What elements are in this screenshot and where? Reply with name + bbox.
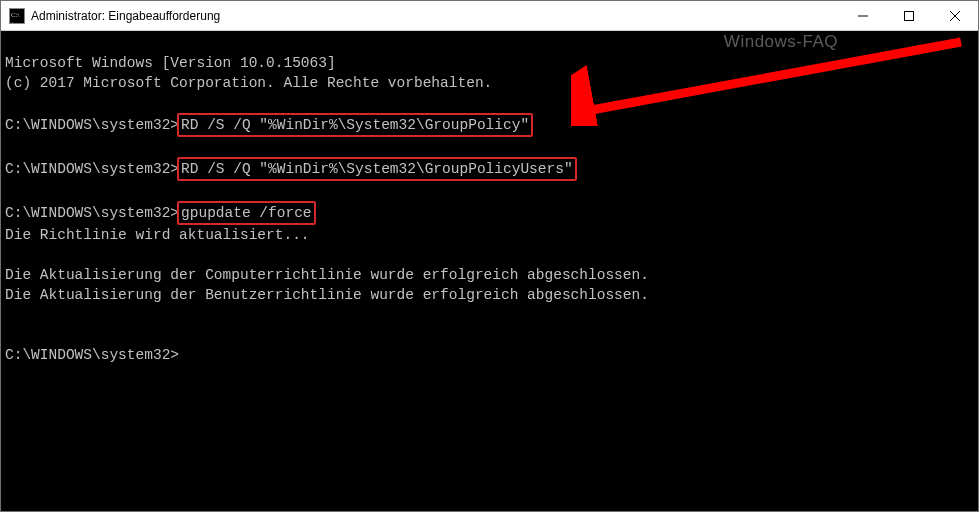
window-title: Administrator: Eingabeaufforderung [31,9,220,23]
highlighted-command-2: RD /S /Q "%WinDir%\System32\GroupPolicyU… [177,157,577,181]
window-controls [840,1,978,30]
blank-line [5,327,14,343]
command-line-1: C:\WINDOWS\system32>RD /S /Q "%WinDir%\S… [5,117,533,133]
blank-line [5,183,14,199]
highlighted-command-1: RD /S /Q "%WinDir%\System32\GroupPolicy" [177,113,533,137]
copyright-line: (c) 2017 Microsoft Corporation. Alle Rec… [5,75,492,91]
current-prompt: C:\WINDOWS\system32> [5,347,179,363]
version-line: Microsoft Windows [Version 10.0.15063] [5,55,336,71]
command-line-3: C:\WINDOWS\system32>gpupdate /force [5,205,316,221]
svg-text:_: _ [10,18,14,23]
terminal-output[interactable]: Microsoft Windows [Version 10.0.15063] (… [1,31,978,511]
output-line-computer-policy: Die Aktualisierung der Computerrichtlini… [5,267,649,283]
prompt-text: C:\WINDOWS\system32> [5,161,179,177]
maximize-button[interactable] [886,1,932,30]
close-button[interactable] [932,1,978,30]
cmd-window: C:\ _ Administrator: Eingabeaufforderung… [0,0,979,512]
prompt-text: C:\WINDOWS\system32> [5,117,179,133]
prompt-text: C:\WINDOWS\system32> [5,205,179,221]
output-line-user-policy: Die Aktualisierung der Benutzerrichtlini… [5,287,649,303]
titlebar[interactable]: C:\ _ Administrator: Eingabeaufforderung [1,1,978,31]
svg-rect-5 [905,11,914,20]
blank-line [5,307,14,323]
minimize-button[interactable] [840,1,886,30]
blank-line [5,139,14,155]
output-line-updating: Die Richtlinie wird aktualisiert... [5,227,310,243]
watermark-text: Windows-FAQ [724,32,838,52]
highlighted-command-3: gpupdate /force [177,201,316,225]
command-line-2: C:\WINDOWS\system32>RD /S /Q "%WinDir%\S… [5,161,577,177]
blank-line [5,247,14,263]
cmd-icon: C:\ _ [9,8,25,24]
blank-line [5,95,14,111]
prompt-text: C:\WINDOWS\system32> [5,347,179,363]
